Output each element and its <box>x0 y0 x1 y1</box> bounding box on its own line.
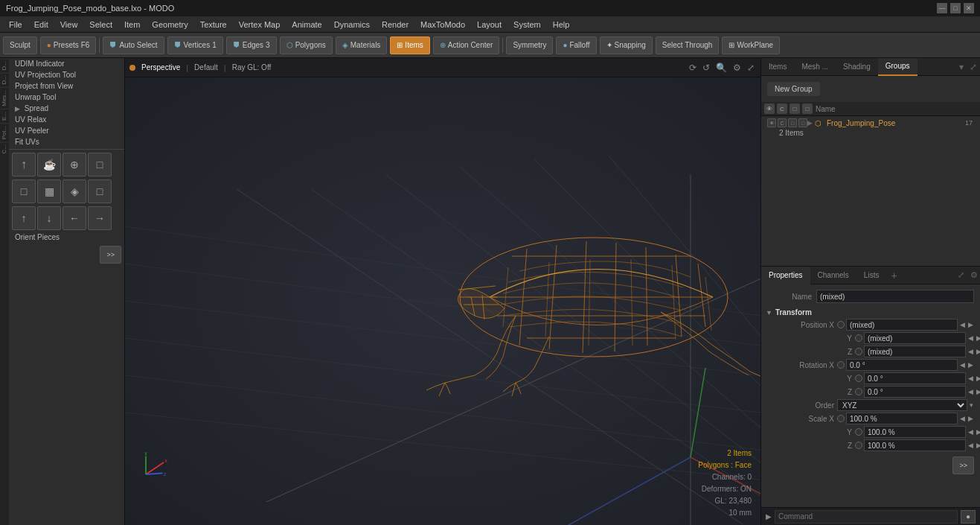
pos-z-arr-left[interactable]: ◀ <box>967 348 974 355</box>
perspective-label[interactable]: Perspective <box>141 63 180 71</box>
ray-gl-label[interactable]: Ray GL: Off <box>232 63 272 71</box>
rot-z-arr-left[interactable]: ◀ <box>967 388 974 395</box>
tool-arrow-left[interactable]: ← <box>63 206 86 230</box>
viewport-rotate-icon[interactable]: ⟳ <box>688 61 698 74</box>
ptab-lists[interactable]: Lists <box>856 267 887 284</box>
row-sel-icon[interactable]: □ <box>798 118 807 127</box>
menu-edit[interactable]: Edit <box>28 16 54 33</box>
rot-x-input[interactable] <box>846 359 958 371</box>
expand-more-button[interactable]: >> <box>100 246 121 264</box>
scene-area[interactable]: x y z 2 Items Polygons : Face Channels: … <box>125 77 760 525</box>
symmetry-button[interactable]: Symmetry <box>506 36 553 54</box>
tab-mesh[interactable]: Mesh ... <box>794 58 836 76</box>
snapping-button[interactable]: ✦ Snapping <box>600 36 653 54</box>
rot-x-arr-left[interactable]: ◀ <box>959 361 966 369</box>
menu-vertexmap[interactable]: Vertex Map <box>233 16 286 33</box>
scale-z-input[interactable] <box>864 439 966 451</box>
ptab-expand-icon[interactable]: ⤢ <box>955 270 967 280</box>
menu-layout[interactable]: Layout <box>471 16 507 33</box>
tool-icon-3[interactable]: ⊕ <box>63 153 86 176</box>
ptab-gear-icon[interactable]: ⚙ <box>968 270 980 280</box>
minimize-button[interactable]: — <box>937 3 947 13</box>
tool-icon-1[interactable]: ↑ <box>12 153 36 176</box>
rot-y-arr-left[interactable]: ◀ <box>967 375 974 382</box>
scale-x-arr-right[interactable]: ▶ <box>967 415 974 422</box>
scale-y-arr-left[interactable]: ◀ <box>967 428 974 436</box>
rot-x-arr-right[interactable]: ▶ <box>967 361 974 369</box>
tool-icon-5[interactable]: □ <box>12 179 36 203</box>
rot-y-input[interactable] <box>864 372 966 384</box>
viewport-refresh-icon[interactable]: ↺ <box>701 61 711 74</box>
workplane-button[interactable]: ⊞ WorkPlane <box>722 36 780 54</box>
panel-item-orient[interactable]: Orient Pieces <box>9 232 124 243</box>
vtab-d2[interactable]: D... <box>0 72 9 86</box>
tool-arrow-right[interactable]: → <box>88 206 112 230</box>
scene-canvas[interactable]: x y z 2 Items Polygons : Face Channels: … <box>125 77 760 525</box>
close-button[interactable]: ✕ <box>964 3 974 13</box>
sculpt-button[interactable]: Sculpt <box>3 36 37 54</box>
items-button[interactable]: ⊞ Items <box>390 36 429 54</box>
tab-shading[interactable]: Shading <box>836 58 878 76</box>
pos-y-arr-left[interactable]: ◀ <box>967 334 974 342</box>
scale-y-arr-right[interactable]: ▶ <box>976 428 980 436</box>
tool-icon-8[interactable]: □ <box>88 179 112 203</box>
panel-item-uvpeeler[interactable]: UV Peeler <box>9 125 124 136</box>
ptab-add-icon[interactable]: + <box>886 270 901 281</box>
viewport-zoom-icon[interactable]: 🔍 <box>714 61 728 74</box>
name-input[interactable] <box>816 290 974 303</box>
rot-y-radio[interactable] <box>855 375 862 382</box>
polygons-button[interactable]: ⬡ Polygons <box>280 36 333 54</box>
properties-expand-button[interactable]: >> <box>952 456 974 474</box>
new-group-button[interactable]: New Group <box>767 82 820 96</box>
scale-y-radio[interactable] <box>855 428 862 436</box>
rot-x-radio[interactable] <box>837 361 845 369</box>
tool-arrow-down[interactable]: ↓ <box>37 206 61 230</box>
menu-animate[interactable]: Animate <box>286 16 327 33</box>
presets-button[interactable]: ● Presets F6 <box>40 36 97 54</box>
menu-system[interactable]: System <box>507 16 547 33</box>
item-expand-arrow[interactable]: ▶ <box>807 119 815 127</box>
pos-z-arr-right[interactable]: ▶ <box>976 348 980 355</box>
rot-z-input[interactable] <box>864 386 966 398</box>
panel-item-uvproj[interactable]: UV Projection Tool <box>9 69 124 80</box>
tab-groups[interactable]: Groups <box>878 58 917 76</box>
panel-item-unwrap[interactable]: Unwrap Tool <box>9 92 124 103</box>
menu-maxtomodo[interactable]: MaxToModo <box>414 16 471 33</box>
ptab-channels[interactable]: Channels <box>810 267 856 284</box>
row-eye-icon[interactable]: 👁 <box>767 118 776 127</box>
auto-select-button[interactable]: ⛊ Auto Select <box>103 36 164 54</box>
tool-arrow-up[interactable]: ↑ <box>12 206 36 230</box>
ptab-properties[interactable]: Properties <box>761 267 810 284</box>
tab-chevron-icon[interactable]: ▾ <box>956 62 967 72</box>
scale-x-radio[interactable] <box>837 415 845 422</box>
vtab-c[interactable]: C... <box>0 141 9 156</box>
select-through-button[interactable]: Select Through <box>656 36 720 54</box>
pos-y-input[interactable] <box>864 332 966 344</box>
menu-select[interactable]: Select <box>83 16 118 33</box>
vtab-mes[interactable]: Mes... <box>0 87 9 109</box>
edges-button[interactable]: ⛊ Edges 3 <box>226 36 277 54</box>
menu-dynamics[interactable]: Dynamics <box>328 16 376 33</box>
scale-y-input[interactable] <box>864 426 966 438</box>
row-c-icon[interactable]: C <box>778 118 787 127</box>
maximize-button[interactable]: □ <box>950 3 961 13</box>
render-icon[interactable]: C <box>777 104 787 114</box>
vtab-d1[interactable]: D... <box>0 58 9 72</box>
tool-icon-4[interactable]: □ <box>88 153 112 176</box>
action-center-button[interactable]: ⊕ Action Center <box>433 36 500 54</box>
rot-z-radio[interactable] <box>855 388 862 395</box>
pos-x-arr-left[interactable]: ◀ <box>959 321 966 328</box>
pos-y-arr-right[interactable]: ▶ <box>976 334 980 342</box>
viewport-expand-icon[interactable]: ⤢ <box>746 61 756 74</box>
lock-icon[interactable]: □ <box>790 104 800 114</box>
menu-file[interactable]: File <box>3 16 28 33</box>
pos-y-radio[interactable] <box>855 334 862 342</box>
panel-item-uvrelax[interactable]: UV Relax <box>9 114 124 125</box>
select-icon[interactable]: □ <box>802 104 813 114</box>
frog-item-row[interactable]: 👁 C □ □ ▶ ⬡ Frog_Jumping_Pose 17 <box>764 118 977 128</box>
default-label[interactable]: Default <box>194 63 218 71</box>
row-box-icon[interactable]: □ <box>788 118 797 127</box>
viewport[interactable]: Perspective | Default | Ray GL: Off ⟳ ↺ … <box>125 58 760 525</box>
transform-section-title[interactable]: ▼ Transform <box>761 307 980 318</box>
pos-x-radio[interactable] <box>837 321 845 328</box>
